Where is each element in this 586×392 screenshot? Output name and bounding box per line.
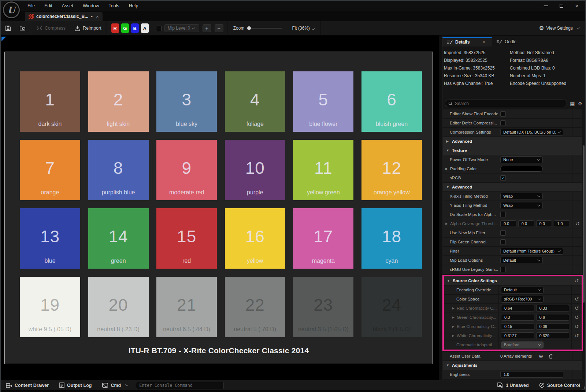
- output-log-button[interactable]: Output Log: [54, 380, 97, 390]
- panel-splitter[interactable]: [439, 36, 442, 380]
- collapsed-arrow-icon[interactable]: ▶: [452, 334, 455, 337]
- tab-oodle[interactable]: Oodle: [492, 37, 521, 46]
- view-options-grid-icon[interactable]: ▦: [570, 101, 575, 107]
- expanded-arrow-icon[interactable]: ▼: [446, 363, 452, 367]
- tab-details[interactable]: Details ×: [442, 37, 492, 46]
- details-scrollbar[interactable]: [583, 145, 585, 303]
- number-field[interactable]: 0.3: [501, 314, 534, 321]
- dropdown[interactable]: None: [500, 156, 543, 163]
- channel-r-button[interactable]: R: [111, 23, 119, 33]
- menu-item-asset[interactable]: Asset: [57, 1, 78, 11]
- collapsed-arrow-icon[interactable]: ▶: [452, 316, 455, 319]
- number-field[interactable]: 0.0: [500, 220, 516, 227]
- color-well[interactable]: [500, 166, 543, 172]
- add-element-icon[interactable]: ⊕: [539, 353, 543, 359]
- collapsed-arrow-icon[interactable]: ▶: [446, 139, 452, 143]
- mip-level-checkbox[interactable]: [156, 26, 162, 31]
- dropdown[interactable]: Default (DXT1/5, BC1/3 on DX: [500, 129, 563, 136]
- dropdown[interactable]: sRGB / Rec709: [501, 296, 544, 303]
- menu-item-window[interactable]: Window: [78, 1, 104, 11]
- number-field[interactable]: 0.0: [536, 220, 552, 227]
- number-field[interactable]: 0.0: [518, 220, 534, 227]
- texture-viewport[interactable]: 1dark skin2light skin3blue sky4foliage5b…: [1, 36, 439, 380]
- minimize-button[interactable]: [540, 1, 552, 10]
- close-button[interactable]: ×: [571, 1, 583, 10]
- menu-item-tools[interactable]: Tools: [104, 1, 124, 11]
- console-command-input[interactable]: Enter Console Command: [136, 382, 224, 389]
- dropdown[interactable]: Bradford: [501, 341, 544, 348]
- unreal-engine-logo-icon[interactable]: U: [3, 1, 20, 18]
- color-swatch-13: 13blue: [20, 208, 80, 269]
- revert-icon[interactable]: ↺: [571, 278, 582, 284]
- fit-dropdown[interactable]: Fit (36%): [292, 26, 314, 31]
- zoom-slider-knob[interactable]: [247, 26, 251, 30]
- collapsed-arrow-icon[interactable]: ▶: [445, 222, 448, 225]
- number-field[interactable]: 0.15: [501, 323, 534, 330]
- dropdown[interactable]: Default (from Texture Group): [500, 248, 563, 255]
- revert-icon[interactable]: ↺: [571, 313, 582, 322]
- browse-to-asset-button[interactable]: [15, 21, 30, 36]
- number-field[interactable]: 0.64: [501, 305, 534, 311]
- category-row-advanced[interactable]: ▼Advanced: [443, 183, 582, 192]
- dropdown[interactable]: Wrap: [500, 193, 543, 200]
- resize-grip[interactable]: [582, 387, 585, 389]
- expanded-arrow-icon[interactable]: ▼: [446, 185, 452, 189]
- expanded-arrow-icon[interactable]: ▼: [447, 279, 453, 283]
- source-control-button[interactable]: Source Control: [534, 380, 585, 390]
- expanded-arrow-icon[interactable]: ▼: [446, 149, 452, 152]
- number-field[interactable]: 0.329: [536, 332, 570, 339]
- channel-g-button[interactable]: G: [121, 23, 129, 33]
- channel-a-button[interactable]: A: [141, 23, 149, 33]
- dropdown[interactable]: Default: [501, 287, 544, 294]
- category-row-adjustments[interactable]: ▼Adjustments: [443, 361, 582, 370]
- checkbox[interactable]: [500, 239, 506, 245]
- number-field[interactable]: 0.33: [536, 305, 570, 311]
- search-input[interactable]: Search: [445, 100, 567, 107]
- number-field[interactable]: 0.3127: [501, 332, 534, 339]
- mip-decrease-button[interactable]: −: [215, 24, 223, 32]
- collapsed-arrow-icon[interactable]: ▶: [445, 167, 448, 171]
- number-field[interactable]: 1.0: [554, 220, 570, 227]
- menu-item-edit[interactable]: Edit: [40, 1, 57, 11]
- checkbox[interactable]: ✓: [500, 175, 506, 181]
- zoom-slider[interactable]: [247, 26, 282, 30]
- revert-icon[interactable]: ↺: [571, 295, 582, 303]
- menu-item-help[interactable]: Help: [124, 1, 143, 11]
- maximize-button[interactable]: [555, 1, 568, 10]
- revert-icon[interactable]: ↺: [571, 331, 582, 340]
- revert-icon[interactable]: ↺: [572, 219, 582, 228]
- number-field[interactable]: 0.6: [536, 314, 570, 321]
- tab-close-icon[interactable]: ×: [482, 40, 485, 45]
- checkbox[interactable]: [500, 230, 506, 236]
- compress-button[interactable]: Compress: [32, 21, 70, 36]
- mip-increase-button[interactable]: +: [203, 24, 211, 32]
- text-input[interactable]: 1.0: [500, 371, 563, 378]
- settings-gear-icon[interactable]: ⚙: [578, 101, 582, 107]
- view-settings-button[interactable]: ⚙ View Settings: [533, 25, 585, 31]
- asset-tab-colorchecker[interactable]: colorcheckerClassic_B... • ×: [25, 12, 103, 21]
- revert-icon[interactable]: ↺: [571, 304, 582, 313]
- collapsed-arrow-icon[interactable]: ▶: [452, 325, 455, 328]
- category-row-texture[interactable]: ▼Texture: [443, 146, 582, 155]
- checkbox[interactable]: [500, 212, 506, 217]
- cmd-dropdown[interactable]: Cmd: [97, 380, 133, 390]
- dropdown[interactable]: Default: [500, 257, 543, 264]
- number-field[interactable]: 0.06: [536, 323, 570, 330]
- collapsed-arrow-icon[interactable]: ▶: [452, 306, 455, 310]
- checkbox[interactable]: [500, 120, 506, 126]
- reimport-button[interactable]: Reimport: [70, 21, 106, 36]
- save-button[interactable]: [1, 21, 15, 36]
- mip-level-dropdown[interactable]: Mip Level 0: [164, 24, 199, 32]
- delete-elements-icon[interactable]: [549, 354, 553, 359]
- channel-b-button[interactable]: B: [131, 23, 139, 33]
- content-drawer-button[interactable]: Content Drawer: [1, 380, 54, 390]
- unsaved-assets-button[interactable]: 1 Unsaved: [492, 380, 534, 390]
- menu-item-file[interactable]: File: [23, 1, 40, 11]
- category-row-advanced[interactable]: ▶Advanced: [443, 137, 582, 146]
- checkbox[interactable]: [500, 267, 506, 272]
- dropdown[interactable]: Wrap: [500, 202, 543, 209]
- category-row-source-color-settings[interactable]: ▼Source Color Settings↺: [444, 276, 582, 285]
- revert-icon[interactable]: ↺: [571, 322, 582, 331]
- tab-close-icon[interactable]: ×: [96, 14, 99, 19]
- checkbox[interactable]: [500, 111, 506, 117]
